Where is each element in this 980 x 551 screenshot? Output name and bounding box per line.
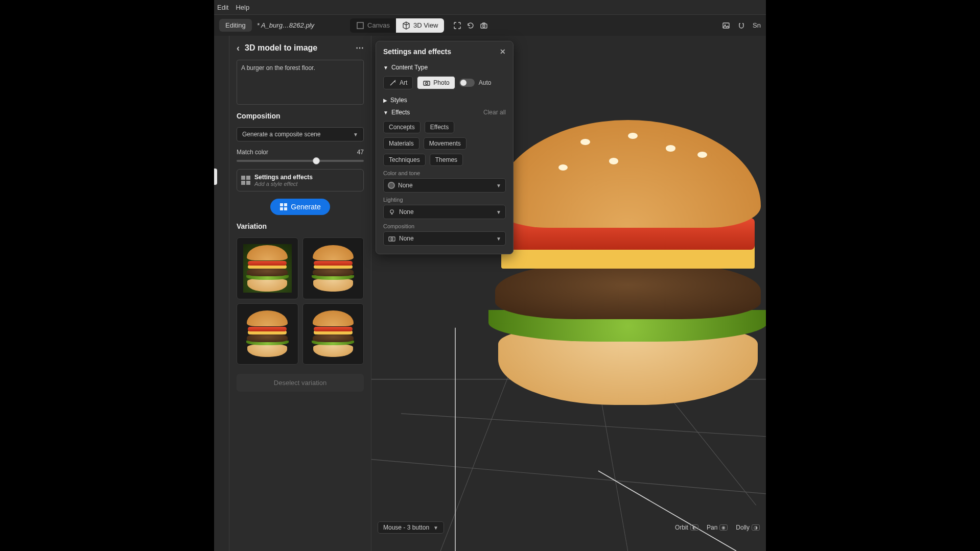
auto-label: Auto <box>479 79 492 86</box>
prompt-textarea[interactable]: A burger on the forest floor. <box>237 60 364 105</box>
content-type-label: Content Type <box>391 64 428 71</box>
content-type-photo-button[interactable]: Photo <box>417 76 455 89</box>
mouse-right-icon: ◑ <box>752 524 760 531</box>
slider-thumb[interactable] <box>313 157 320 164</box>
chevron-right-icon: ▶ <box>383 98 387 103</box>
tag-movements[interactable]: Movements <box>424 137 466 150</box>
variation-grid <box>237 237 364 365</box>
variation-thumb-3[interactable] <box>237 303 298 365</box>
view-3d-button[interactable]: 3D View <box>396 18 444 33</box>
tag-techniques[interactable]: Techniques <box>383 154 426 166</box>
settings-effects-panel: Settings and effects ✕ ▼ Content Type Ar… <box>376 41 514 254</box>
camera-icon[interactable] <box>480 21 488 30</box>
dolly-indicator: Dolly ◑ <box>736 524 760 531</box>
chevron-down-icon: ▼ <box>496 183 501 188</box>
side-panel: ‹ 3D model to image ⋯ A burger on the fo… <box>229 36 371 551</box>
color-tone-value: None <box>398 182 413 189</box>
chevron-down-icon: ▼ <box>496 209 501 215</box>
composition-label: Composition <box>383 223 506 229</box>
lighting-value: None <box>399 208 414 215</box>
refresh-icon[interactable] <box>466 21 475 30</box>
palette-icon <box>388 182 395 189</box>
svg-rect-20 <box>389 237 395 241</box>
active-tool-indicator[interactable] <box>214 169 217 185</box>
svg-rect-8 <box>284 207 287 210</box>
composition-select[interactable]: Generate a composite scene ▼ <box>237 127 364 141</box>
auto-toggle[interactable] <box>459 79 475 87</box>
deselect-variation-button[interactable]: Deselect variation <box>237 374 364 392</box>
view-canvas-button[interactable]: Canvas <box>350 18 396 33</box>
mouse-mode-value: Mouse - 3 button <box>383 524 429 531</box>
back-button[interactable]: ‹ <box>237 43 240 53</box>
effects-label: Effects <box>391 109 410 116</box>
composition-select-fp[interactable]: None ▼ <box>383 231 506 246</box>
lighting-label: Lighting <box>383 197 506 203</box>
expand-icon[interactable] <box>453 21 461 30</box>
variation-thumb-2[interactable] <box>302 237 364 299</box>
color-tone-select[interactable]: None ▼ <box>383 178 506 193</box>
orbit-indicator: Orbit ◐ <box>675 524 698 531</box>
generate-label: Generate <box>291 203 320 211</box>
art-label: Art <box>400 79 407 86</box>
svg-point-18 <box>426 82 428 84</box>
variation-thumb-1[interactable] <box>237 237 298 299</box>
image-icon[interactable] <box>722 21 730 30</box>
view-3d-label: 3D View <box>413 21 438 29</box>
tag-themes[interactable]: Themes <box>430 154 463 166</box>
panel-more-icon[interactable]: ⋯ <box>356 43 364 53</box>
grid-icon <box>241 176 250 185</box>
composition-value-fp: None <box>399 235 414 242</box>
lighting-select[interactable]: None ▼ <box>383 205 506 219</box>
content-type-header[interactable]: ▼ Content Type <box>383 64 506 71</box>
chevron-down-icon: ▼ <box>353 132 358 137</box>
chevron-down-icon: ▼ <box>433 525 438 531</box>
svg-rect-0 <box>357 22 363 29</box>
view-toggle-group: Canvas 3D View <box>350 18 444 33</box>
variation-thumb-4[interactable] <box>302 303 364 365</box>
styles-label: Styles <box>390 97 407 104</box>
canvas-icon <box>356 21 364 30</box>
styles-header[interactable]: ▶ Styles <box>383 97 506 104</box>
close-icon[interactable]: ✕ <box>500 47 506 56</box>
svg-rect-7 <box>280 207 283 210</box>
toggle-knob <box>460 80 466 86</box>
menu-edit[interactable]: Edit <box>217 4 228 11</box>
mode-pill[interactable]: Editing <box>219 19 252 32</box>
tag-effects[interactable]: Effects <box>425 121 454 133</box>
composition-select-value: Generate a composite scene <box>242 131 320 138</box>
content-type-art-button[interactable]: Art <box>383 76 413 89</box>
chevron-down-icon: ▼ <box>383 110 388 115</box>
camera-icon <box>388 234 396 243</box>
snap-icon[interactable] <box>737 21 745 30</box>
pan-indicator: Pan ◉ <box>707 524 728 531</box>
wand-icon <box>389 79 397 87</box>
panel-title: 3D model to image <box>245 43 317 53</box>
effects-header[interactable]: ▼ Effects Clear all <box>383 109 506 116</box>
clear-all-button[interactable]: Clear all <box>483 109 506 116</box>
generate-icon <box>279 203 288 211</box>
svg-line-16 <box>598 471 736 551</box>
tag-materials[interactable]: Materials <box>383 137 419 150</box>
cube-icon <box>402 21 410 30</box>
panel-header: ‹ 3D model to image ⋯ <box>237 43 364 53</box>
settings-effects-panel-title: Settings and effects <box>383 47 451 56</box>
document-filename: * A_burg…8262.ply <box>257 21 314 29</box>
match-color-slider[interactable] <box>237 160 364 162</box>
svg-point-19 <box>390 210 393 213</box>
top-toolbar: Editing * A_burg…8262.ply Canvas 3D View… <box>214 14 766 36</box>
content-type-group: Art Photo Auto <box>383 76 506 89</box>
tag-concepts[interactable]: Concepts <box>383 121 421 133</box>
svg-rect-5 <box>280 203 283 206</box>
app-window: Edit Help Editing * A_burg…8262.ply Canv… <box>214 0 766 551</box>
left-rail <box>214 36 229 551</box>
svg-rect-6 <box>284 203 287 206</box>
menu-help[interactable]: Help <box>236 4 249 11</box>
settings-effects-card[interactable]: Settings and effects Add a style effect <box>237 169 364 191</box>
view-canvas-label: Canvas <box>367 21 390 29</box>
svg-rect-3 <box>723 23 729 28</box>
generate-button[interactable]: Generate <box>270 199 330 215</box>
camera-icon <box>423 79 431 87</box>
svg-line-14 <box>371 460 766 494</box>
match-color-row: Match color 47 <box>237 149 364 156</box>
mouse-mode-select[interactable]: Mouse - 3 button ▼ <box>378 521 444 534</box>
